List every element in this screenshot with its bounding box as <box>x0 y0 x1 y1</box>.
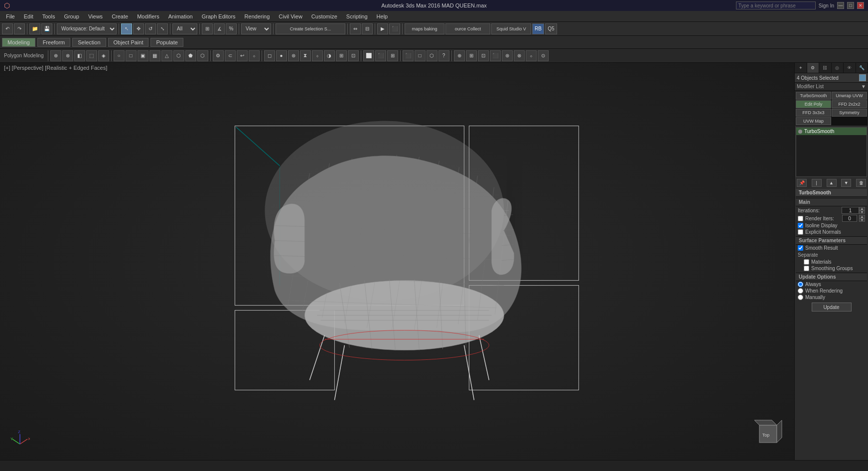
open-btn[interactable]: 📁 <box>29 23 40 34</box>
poly-tool-17[interactable]: ⬦ <box>249 50 260 61</box>
angle-snap-btn[interactable]: ∡ <box>214 23 225 34</box>
poly-tool-11[interactable]: ⬡ <box>173 50 184 61</box>
poly-tool-5[interactable]: ◈ <box>98 50 109 61</box>
poly-tool-36[interactable]: ⬛ <box>490 50 501 61</box>
scale-btn[interactable]: ⤡ <box>157 23 168 34</box>
iter-spin-up[interactable]: ▲ <box>859 207 865 210</box>
poly-tool-15[interactable]: ⊂ <box>225 50 236 61</box>
mirror-btn[interactable]: ⇔ <box>350 23 361 34</box>
poly-tool-34[interactable]: ⊞ <box>466 50 477 61</box>
poly-tool-39[interactable]: ⬦ <box>526 50 537 61</box>
poly-tool-12[interactable]: ⬟ <box>185 50 196 61</box>
poly-tool-23[interactable]: ◑ <box>324 50 335 61</box>
poly-tool-27[interactable]: ⬛ <box>375 50 386 61</box>
mod-unwrapuvw[interactable]: Unwrap UVW <box>832 92 867 100</box>
squid-studio-btn[interactable]: Squid Studio V <box>491 23 531 34</box>
tab-selection[interactable]: Selection <box>72 38 106 47</box>
isoline-display-checkbox[interactable] <box>798 223 803 228</box>
poly-tool-13[interactable]: ⬡ <box>197 50 208 61</box>
ri-spin-down[interactable]: ▼ <box>859 218 865 222</box>
poly-tool-40[interactable]: ⊙ <box>538 50 549 61</box>
poly-tool-25[interactable]: ⊡ <box>348 50 359 61</box>
select-btn[interactable]: ↖ <box>121 23 132 34</box>
menu-help[interactable]: Help <box>373 12 392 20</box>
tab-freeform[interactable]: Freeform <box>37 38 71 47</box>
render-iters-input[interactable] <box>842 215 857 222</box>
poly-tool-35[interactable]: ⊡ <box>478 50 489 61</box>
poly-tool-38[interactable]: ⊗ <box>514 50 525 61</box>
ri-spin-up[interactable]: ▲ <box>859 215 865 218</box>
menu-file[interactable]: File <box>2 12 19 20</box>
poly-tool-26[interactable]: ⬜ <box>363 50 374 61</box>
update-btn[interactable]: Update <box>812 303 852 312</box>
menu-views[interactable]: Views <box>84 12 107 20</box>
poly-tool-4[interactable]: ⬚ <box>86 50 97 61</box>
manually-radio[interactable] <box>798 295 803 300</box>
poly-tool-14[interactable]: ⚙ <box>213 50 224 61</box>
when-rendering-radio[interactable] <box>798 288 803 294</box>
workspace-dropdown[interactable]: Workspace: Default <box>57 23 117 34</box>
source-collect-btn[interactable]: ource Collect <box>445 23 490 34</box>
cmd-tab-create[interactable]: ✦ <box>795 63 807 73</box>
cmd-tab-modify[interactable]: ⚙ <box>807 63 820 73</box>
menu-graph-editors[interactable]: Graph Editors <box>198 12 240 20</box>
poly-tool-10[interactable]: △ <box>161 50 172 61</box>
tab-modeling[interactable]: Modeling <box>2 38 35 47</box>
create-selection-btn[interactable]: Create Selection S... <box>276 23 345 34</box>
stack-nav-up-btn[interactable]: ▲ <box>827 179 837 187</box>
menu-animation[interactable]: Animation <box>164 12 197 20</box>
render-iters-checkbox[interactable] <box>798 216 803 221</box>
poly-tool-33[interactable]: ⊕ <box>454 50 465 61</box>
snap-btn[interactable]: ⊞ <box>202 23 213 34</box>
poly-tool-30[interactable]: □ <box>415 50 426 61</box>
title-search[interactable] <box>736 1 816 9</box>
max-btn[interactable]: □ <box>847 2 854 9</box>
always-radio[interactable] <box>798 282 803 287</box>
poly-tool-29[interactable]: ⬛ <box>403 50 414 61</box>
poly-tool-18[interactable]: ◻ <box>264 50 275 61</box>
stack-pin-btn[interactable]: 📌 <box>797 179 807 187</box>
render-setup-btn[interactable]: ▶ <box>377 23 388 34</box>
cmd-tab-hierarchy[interactable]: ⛓ <box>819 63 832 73</box>
maps-baking-btn[interactable]: maps baking <box>405 23 444 34</box>
cmd-tab-display[interactable]: 👁 <box>844 63 856 73</box>
quick-render-btn[interactable]: ⬛ <box>389 23 400 34</box>
mod-turbosm[interactable]: TurboSmooth <box>796 92 831 100</box>
materials-checkbox[interactable] <box>804 259 809 265</box>
menu-rendering[interactable]: Rendering <box>241 12 274 20</box>
poly-tool-22[interactable]: ⬨ <box>312 50 323 61</box>
save-btn[interactable]: 💾 <box>41 23 52 34</box>
cmd-tab-utilities[interactable]: 🔧 <box>856 63 868 73</box>
q5-btn[interactable]: Q5 <box>545 23 557 34</box>
poly-tool-2[interactable]: ⊗ <box>62 50 73 61</box>
mod-ffd2x2[interactable]: FFD 2x2x2 <box>832 100 867 108</box>
sign-in[interactable]: Sign In <box>819 3 834 8</box>
poly-tool-31[interactable]: ⬡ <box>427 50 437 61</box>
ref-coord-dropdown[interactable]: All <box>172 23 197 34</box>
rb-btn[interactable]: RB <box>532 23 544 34</box>
viewport[interactable]: [+] [Perspective] [Realistic + Edged Fac… <box>0 63 794 460</box>
rotate-btn[interactable]: ↺ <box>145 23 156 34</box>
menu-civil-view[interactable]: Civil View <box>275 12 306 20</box>
poly-tool-28[interactable]: ⊞ <box>387 50 398 61</box>
smoothing-groups-checkbox[interactable] <box>804 266 809 271</box>
menu-edit[interactable]: Edit <box>20 12 37 20</box>
min-btn[interactable]: — <box>837 2 844 9</box>
move-btn[interactable]: ✥ <box>133 23 144 34</box>
smooth-result-checkbox[interactable] <box>798 245 803 251</box>
poly-tool-3[interactable]: ◧ <box>74 50 85 61</box>
poly-tool-24[interactable]: ⊞ <box>336 50 347 61</box>
poly-tool-8[interactable]: ▣ <box>138 50 148 61</box>
view-dropdown[interactable]: View <box>241 23 271 34</box>
poly-tool-20[interactable]: ⊛ <box>288 50 299 61</box>
menu-tools[interactable]: Tools <box>38 12 59 20</box>
menu-modifiers[interactable]: Modifiers <box>133 12 163 20</box>
poly-tool-7[interactable]: □ <box>126 50 137 61</box>
mod-editpoly[interactable]: Edit Poly <box>796 100 831 108</box>
undo-btn[interactable]: ↶ <box>2 23 13 34</box>
menu-scripting[interactable]: Scripting <box>342 12 372 20</box>
poly-tool-6[interactable]: ○ <box>114 50 125 61</box>
cmd-tab-motion[interactable]: ◎ <box>832 63 844 73</box>
stack-settings-btn[interactable]: | <box>812 179 822 187</box>
menu-create[interactable]: Create <box>108 12 132 20</box>
